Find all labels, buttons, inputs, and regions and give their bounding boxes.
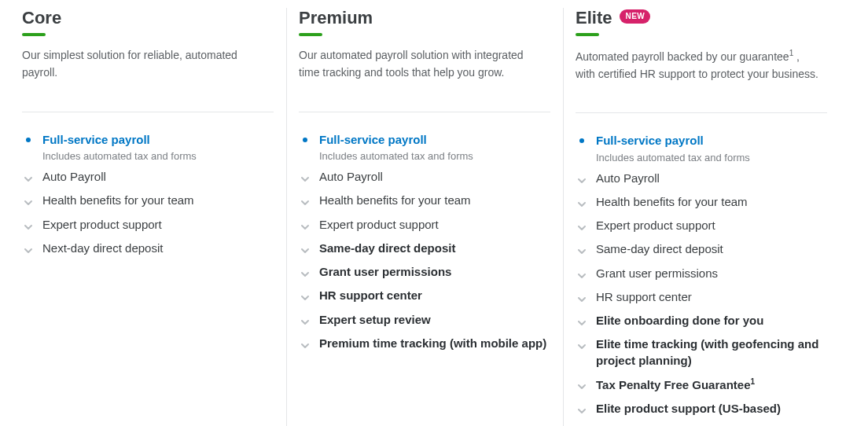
plan-description: Our automated payroll solution with inte… [299, 47, 542, 81]
chevron-down-icon [576, 241, 588, 253]
divider [299, 112, 550, 112]
feature-item[interactable]: HR support center [576, 285, 827, 309]
feature-item[interactable]: Grant user permissions [576, 262, 827, 285]
chevron-down-icon [22, 193, 35, 204]
feature-label: Health benefits for your team [596, 194, 827, 210]
feature-label: Expert product support [596, 218, 827, 233]
feature-label: Grant user permissions [319, 264, 550, 280]
chevron-down-icon [299, 288, 311, 299]
feature-label: Elite onboarding done for you [596, 313, 827, 329]
bullet-icon [576, 133, 588, 143]
feature-label: Auto Payroll [42, 169, 274, 185]
chevron-down-icon [299, 217, 311, 229]
chevron-down-icon [22, 241, 35, 252]
feature-label: Full-service payroll [596, 133, 827, 149]
plan-premium: Premium Our automated payroll solution w… [286, 8, 563, 426]
feature-item[interactable]: Grant user permissions [299, 260, 550, 284]
chevron-down-icon [576, 401, 588, 413]
feature-label: Expert product support [319, 217, 550, 233]
feature-item[interactable]: Health benefits for your team [299, 189, 550, 212]
new-badge: NEW [620, 9, 650, 24]
feature-label: Elite product support (US-based) [596, 401, 827, 417]
feature-list: Full-service payroll Includes automated … [299, 128, 550, 355]
feature-item[interactable]: Next-day direct deposit [22, 237, 274, 260]
feature-item[interactable]: Same-day direct deposit [576, 237, 827, 261]
plan-description: Automated payroll backed by our guarante… [576, 47, 819, 83]
feature-label: Health benefits for your team [42, 193, 274, 208]
divider [576, 112, 827, 113]
chevron-down-icon [576, 289, 588, 301]
feature-label: Grant user permissions [596, 266, 827, 281]
pricing-plans: Core Our simplest solution for reliable,… [0, 0, 868, 426]
feature-label: Next-day direct deposit [42, 241, 274, 256]
chevron-down-icon [576, 313, 588, 325]
feature-subtext: Includes automated tax and forms [22, 150, 274, 162]
feature-label: Elite time tracking (with geofencing and… [596, 336, 827, 369]
divider [22, 112, 274, 112]
feature-item[interactable]: Expert setup review [299, 308, 550, 332]
feature-label: Full-service payroll [42, 132, 274, 148]
chevron-down-icon [299, 264, 311, 276]
chevron-down-icon [576, 376, 588, 388]
plan-header: Premium Our automated payroll solution w… [299, 8, 550, 82]
feature-label: HR support center [596, 289, 827, 305]
feature-item[interactable]: Health benefits for your team [576, 190, 827, 214]
chevron-down-icon [299, 193, 311, 204]
feature-item[interactable]: Same-day direct deposit [299, 237, 550, 260]
chevron-down-icon [299, 336, 311, 347]
feature-label: Tax Penalty Free Guarantee1 [596, 376, 827, 393]
feature-item[interactable]: HR support center [299, 284, 550, 307]
feature-item[interactable]: Elite onboarding done for you [576, 309, 827, 332]
chevron-down-icon [22, 169, 35, 181]
feature-label: Expert setup review [319, 312, 550, 328]
feature-item[interactable]: Elite time tracking (with geofencing and… [576, 332, 827, 373]
feature-subtext: Includes automated tax and forms [576, 152, 827, 163]
plan-title: Core [22, 8, 61, 28]
feature-item[interactable]: Personal HR advisor [576, 420, 827, 426]
feature-list: Full-service payroll Includes automated … [22, 128, 274, 260]
feature-label: Health benefits for your team [319, 193, 550, 208]
feature-item[interactable]: Health benefits for your team [22, 189, 274, 212]
feature-item[interactable]: Elite product support (US-based) [576, 397, 827, 420]
chevron-down-icon [576, 194, 588, 206]
chevron-down-icon [576, 336, 588, 348]
feature-label: Premium time tracking (with mobile app) [319, 336, 550, 351]
feature-item[interactable]: Expert product support [576, 214, 827, 237]
plan-description: Our simplest solution for reliable, auto… [22, 47, 266, 81]
feature-item[interactable]: Full-service payroll [22, 128, 274, 152]
feature-item[interactable]: Auto Payroll [576, 167, 827, 190]
plan-elite: Elite NEW Automated payroll backed by ou… [563, 8, 840, 426]
chevron-down-icon [299, 312, 311, 324]
chevron-down-icon [576, 266, 588, 277]
title-underline [299, 33, 322, 36]
title-underline [576, 33, 599, 36]
feature-label: Full-service payroll [319, 132, 550, 148]
feature-label: HR support center [319, 288, 550, 303]
feature-list: Full-service payroll Includes automated … [576, 129, 827, 426]
feature-label: Auto Payroll [596, 171, 827, 186]
chevron-down-icon [576, 171, 588, 182]
feature-label: Auto Payroll [319, 169, 550, 185]
feature-label: Same-day direct deposit [319, 241, 550, 256]
feature-item[interactable]: Full-service payroll [299, 128, 550, 152]
bullet-icon [22, 132, 35, 142]
plan-title: Elite [576, 8, 612, 28]
plan-header: Elite NEW Automated payroll backed by ou… [576, 8, 827, 83]
feature-label: Same-day direct deposit [596, 241, 827, 257]
chevron-down-icon [299, 241, 311, 252]
plan-core: Core Our simplest solution for reliable,… [9, 8, 286, 426]
feature-item[interactable]: Auto Payroll [22, 165, 274, 189]
bullet-icon [299, 132, 311, 142]
feature-item[interactable]: Expert product support [299, 213, 550, 237]
feature-item[interactable]: Expert product support [22, 213, 274, 237]
feature-item[interactable]: Tax Penalty Free Guarantee1 [576, 373, 827, 397]
feature-item[interactable]: Full-service payroll [576, 129, 827, 152]
chevron-down-icon [22, 217, 35, 229]
feature-item[interactable]: Premium time tracking (with mobile app) [299, 332, 550, 355]
feature-item[interactable]: Auto Payroll [299, 165, 550, 189]
plan-title: Premium [299, 8, 373, 28]
feature-label: Expert product support [42, 217, 274, 233]
chevron-down-icon [299, 169, 311, 181]
title-underline [22, 33, 46, 36]
chevron-down-icon [576, 218, 588, 230]
